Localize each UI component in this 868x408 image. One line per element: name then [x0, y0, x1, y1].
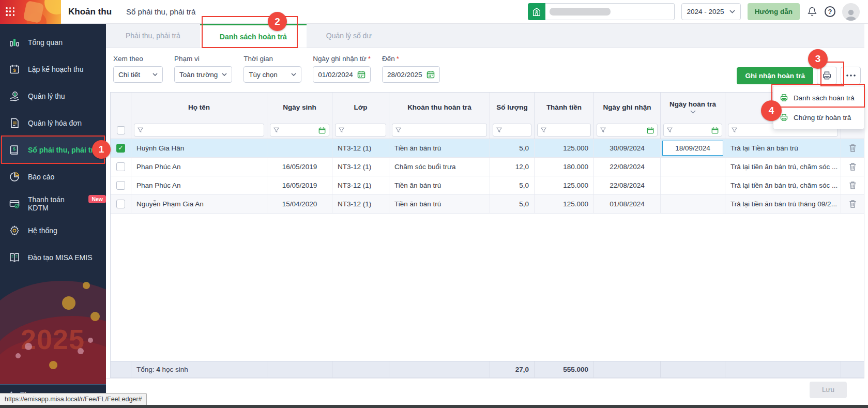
sidebar-item-so-phai-thu-phai-tra[interactable]: $ Sổ phải thu, phải trả	[0, 137, 106, 163]
sidebar-item-dao-tao-misa-emis[interactable]: Đào tạo MISA EMIS	[0, 244, 106, 271]
refund-date-editor[interactable]: 18/09/2024	[662, 141, 723, 156]
calendar-icon	[318, 127, 326, 134]
cell-fee: Tiền ăn bán trú	[389, 139, 490, 157]
delete-trash-icon[interactable]	[849, 181, 857, 190]
cell-record-date: 30/09/2024	[594, 139, 661, 157]
cell-amount: 125.000	[535, 176, 594, 194]
filter-cell-checkbox	[111, 122, 131, 139]
annotation-badge-step4: 4	[761, 100, 782, 121]
table-row[interactable]: Huỳnh Gia Hân NT3-12 (1) Tiền ăn bán trú…	[111, 139, 864, 158]
column-header-refund-date[interactable]: Ngày hoàn trả	[661, 93, 725, 122]
cell-class: NT3-12 (1)	[332, 158, 389, 176]
row-checkbox[interactable]	[116, 200, 125, 208]
cell-note: Trả lại tiền ăn bán trú tháng 09/2...	[725, 195, 841, 213]
filter-label-date-to: Đến*	[382, 55, 440, 63]
save-button[interactable]: Lưu	[810, 382, 847, 398]
tab-phai-thu-phai-tra[interactable]: Phải thu, phải trả	[106, 24, 200, 48]
new-badge: New	[88, 195, 106, 203]
cell-name: Phan Phúc An	[131, 176, 267, 194]
cell-qty: 12,0	[490, 158, 535, 176]
sidebar-item-bao-cao[interactable]: Báo cáo	[0, 163, 106, 190]
help-icon[interactable]	[825, 6, 835, 17]
delete-trash-icon[interactable]	[849, 200, 857, 208]
ellipsis-icon	[846, 74, 856, 77]
date-to-input[interactable]: 28/02/2025	[382, 66, 440, 83]
tab-quan-ly-so-du[interactable]: Quản lý số dư	[307, 24, 391, 48]
cell-fee: Chăm sóc buổi trưa	[389, 158, 490, 176]
filter-input-record-date[interactable]	[597, 124, 658, 137]
refund-table: Họ tên Ngày sinh Lớp Khoản thu hoàn trả …	[110, 92, 864, 378]
table-filter-row	[111, 122, 864, 139]
pie-chart-icon	[8, 171, 21, 183]
sidebar-item-label: Quản lý hóa đơn	[28, 119, 82, 127]
column-header-record-date[interactable]: Ngày ghi nhận	[594, 93, 661, 122]
column-header-dob[interactable]: Ngày sinh	[267, 93, 332, 122]
funnel-icon	[541, 127, 546, 133]
chevron-down-icon	[291, 73, 296, 76]
cell-class: NT3-12 (1)	[332, 195, 389, 213]
school-icon[interactable]	[528, 3, 545, 20]
cell-name: Phan Phúc An	[131, 158, 267, 176]
sidebar-item-tong-quan[interactable]: Tổng quan	[0, 29, 106, 56]
filter-input-name[interactable]	[134, 124, 264, 137]
school-select-input[interactable]	[545, 3, 675, 20]
sidebar-item-label: Sổ phải thu, phải trả	[28, 146, 98, 154]
delete-trash-icon[interactable]	[849, 162, 857, 171]
record-refund-button[interactable]: Ghi nhận hoàn trả	[737, 67, 813, 84]
select-all-checkbox[interactable]	[117, 126, 125, 134]
filter-input-dob[interactable]	[270, 124, 329, 137]
avatar[interactable]	[842, 3, 860, 21]
row-checkbox[interactable]	[116, 144, 125, 153]
scope-select[interactable]: Toàn trường	[174, 66, 232, 83]
redacted-school-name	[550, 8, 611, 16]
sidebar-item-he-thong[interactable]: Hệ thống	[0, 217, 106, 244]
filter-input-amount[interactable]	[537, 124, 591, 137]
school-year-select[interactable]: 2024 - 2025	[681, 3, 741, 20]
invoice-icon	[8, 117, 21, 129]
time-select[interactable]: Tùy chọn	[243, 66, 301, 83]
menu-item-chung-tu-hoan-tra[interactable]: Chứng từ hoàn trả	[773, 108, 864, 127]
filter-input-fee[interactable]	[392, 124, 487, 137]
column-header-fee[interactable]: Khoản thu hoàn trả	[389, 93, 490, 122]
filter-input-refund-date[interactable]	[663, 124, 722, 137]
required-mark: *	[397, 55, 399, 63]
print-button[interactable]	[817, 67, 837, 84]
filter-input-qty[interactable]	[493, 124, 531, 137]
app-grid-icon[interactable]	[6, 7, 15, 17]
view-by-select[interactable]: Chi tiết	[113, 66, 163, 83]
filter-input-class[interactable]	[335, 124, 386, 137]
funnel-icon	[395, 127, 401, 133]
notification-bell-icon[interactable]	[806, 6, 818, 18]
column-header-class[interactable]: Lớp	[332, 93, 389, 122]
column-header-amount[interactable]: Thành tiền	[535, 93, 594, 122]
column-header-qty[interactable]: Số lượng	[490, 93, 535, 122]
sidebar-item-quan-ly-hoa-don[interactable]: Quản lý hóa đơn	[0, 110, 106, 137]
filter-label-date-from: Ngày ghi nhận từ*	[313, 55, 371, 63]
printer-icon	[822, 71, 832, 80]
svg-text:$: $	[13, 146, 16, 152]
cell-name: Huỳnh Gia Hân	[131, 139, 267, 157]
tab-danh-sach-hoan-tra[interactable]: Danh sách hoàn trả	[200, 24, 307, 48]
cell-class: NT3-12 (1)	[332, 176, 389, 194]
table-row[interactable]: Nguyễn Phạm Gia An 15/04/2020 NT3-12 (1)…	[111, 195, 864, 214]
sidebar-item-lap-ke-hoach-thu[interactable]: $ Lập kế hoạch thu	[0, 56, 106, 83]
menu-item-label: Chứng từ hoàn trả	[794, 114, 851, 122]
row-checkbox[interactable]	[116, 181, 125, 190]
sort-chevron-icon	[690, 110, 696, 114]
more-options-button[interactable]	[841, 67, 861, 84]
cell-qty: 5,0	[490, 176, 535, 194]
table-row[interactable]: Phan Phúc An 16/05/2019 NT3-12 (1) Chăm …	[111, 158, 864, 176]
chevron-down-icon	[153, 73, 158, 76]
guide-button[interactable]: Hướng dẫn	[748, 3, 800, 20]
funnel-icon	[339, 127, 344, 133]
column-header-name[interactable]: Họ tên	[131, 93, 267, 122]
svg-text:$: $	[13, 68, 16, 73]
menu-item-danh-sach-hoan-tra[interactable]: Danh sách hoàn trả	[773, 88, 864, 108]
date-from-input[interactable]: 01/02/2024	[313, 66, 371, 83]
row-checkbox[interactable]	[116, 162, 125, 171]
delete-trash-icon[interactable]	[849, 144, 857, 153]
sidebar-item-thanh-toan-kdtm[interactable]: Thanh toán KDTM New	[0, 190, 106, 217]
cell-refund-date	[661, 158, 725, 176]
table-row[interactable]: Phan Phúc An 16/05/2019 NT3-12 (1) Tiền …	[111, 176, 864, 195]
sidebar-item-quan-ly-thu[interactable]: $ Quản lý thu	[0, 83, 106, 110]
